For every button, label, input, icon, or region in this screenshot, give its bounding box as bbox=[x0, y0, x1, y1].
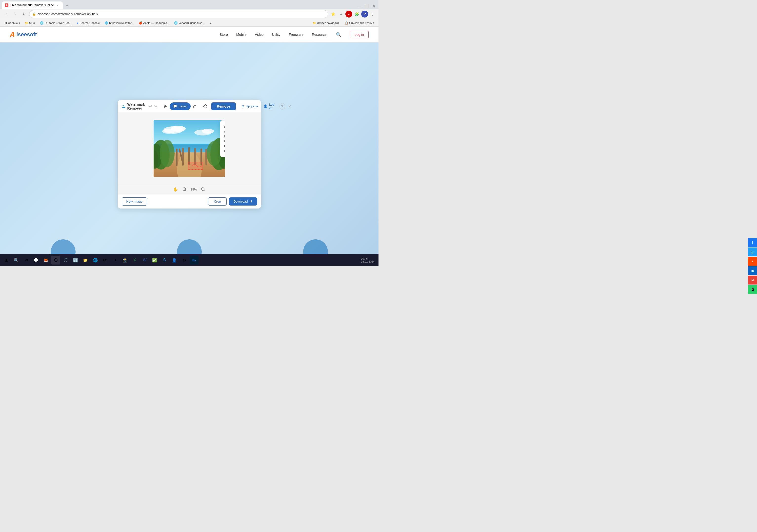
download-button[interactable]: Download ⬇ bbox=[229, 197, 257, 206]
nav-video[interactable]: Video bbox=[254, 32, 264, 38]
bookmark-apple-icon: 🍎 bbox=[139, 21, 142, 25]
bookmark-other[interactable]: 📁 Другие закладки bbox=[311, 21, 341, 25]
bookmarks-bar: ⊞ Сервисы 📁 SEO 🌐 PO tools – Web Too... … bbox=[0, 19, 378, 27]
zoom-in-button[interactable] bbox=[181, 186, 187, 192]
site-login-button[interactable]: Log in bbox=[350, 31, 369, 38]
taskbar-folder[interactable]: 📁 bbox=[81, 256, 90, 265]
hand-tool-button[interactable]: ✋ bbox=[172, 186, 178, 192]
brush-tool-button[interactable] bbox=[193, 102, 197, 110]
zoom-out-button[interactable] bbox=[200, 186, 206, 192]
taskbar-chrome[interactable]: 🌐 bbox=[91, 256, 100, 265]
tab-close-button[interactable]: × bbox=[56, 3, 60, 7]
circle-deco-3 bbox=[303, 239, 328, 254]
browser-toolbar: ‹ › ↻ 🔒 aiseesoft.com/watermark-remover-… bbox=[0, 9, 378, 19]
taskbar-settings[interactable]: ⚙ bbox=[180, 256, 189, 265]
beach-image[interactable]: Once the watermark removing is done, you… bbox=[154, 120, 225, 177]
undo-button[interactable]: ↩ bbox=[149, 103, 152, 110]
remove-button[interactable]: Remove bbox=[211, 102, 235, 110]
taskbar-mail[interactable]: 💬 bbox=[32, 256, 41, 265]
maximize-button[interactable]: ⬜ bbox=[364, 3, 370, 9]
taskbar-photo[interactable]: 📸 bbox=[120, 256, 129, 265]
taskbar-music[interactable]: 🎵 bbox=[61, 256, 70, 265]
site-search-button[interactable]: 🔍 bbox=[335, 31, 343, 39]
bookmark-apple[interactable]: 🍎 Apple — Поддерж... bbox=[137, 21, 171, 25]
bookmark-po-tools[interactable]: 🌐 PO tools – Web Too... bbox=[38, 21, 74, 25]
circle-deco-2 bbox=[177, 239, 202, 254]
taskbar-skype[interactable]: S bbox=[160, 256, 169, 265]
taskbar-store[interactable]: 🛍 bbox=[101, 256, 109, 265]
lock-icon: 🔒 bbox=[32, 12, 36, 16]
nav-store[interactable]: Store bbox=[219, 32, 228, 38]
logo-a: A bbox=[10, 31, 15, 39]
taskbar-taskview[interactable]: ⧉ bbox=[22, 256, 31, 265]
extensions-icon[interactable]: ⭐ bbox=[330, 11, 337, 17]
tab-favicon: A bbox=[5, 3, 8, 7]
bookmark-softor[interactable]: 🌐 https://www.softor... bbox=[103, 21, 136, 25]
nav-freeware[interactable]: Freeware bbox=[288, 32, 304, 38]
panel-login-button[interactable]: 👤 Log in bbox=[261, 102, 278, 111]
bookmark-search-console-icon: ● bbox=[77, 21, 78, 24]
active-tab[interactable]: A Free Watermark Remover Online × bbox=[2, 1, 63, 9]
bookmark-terms[interactable]: 🌐 Условия использо... bbox=[172, 21, 207, 25]
svg-rect-25 bbox=[188, 162, 203, 170]
extensions-puzzle-icon[interactable]: 🧩 bbox=[353, 11, 360, 17]
bookmark-services[interactable]: ⊞ Сервисы bbox=[2, 21, 22, 25]
refresh-button[interactable]: ↻ bbox=[20, 10, 28, 18]
taskbar-calc[interactable]: 🔢 bbox=[71, 256, 80, 265]
back-button[interactable]: ‹ bbox=[2, 10, 10, 18]
taskbar-excel[interactable]: X bbox=[130, 256, 139, 265]
forward-button[interactable]: › bbox=[11, 10, 19, 18]
panel-bottom: New Image Crop Download ⬇ bbox=[118, 194, 261, 209]
taskbar-telegram[interactable]: ✈ bbox=[110, 256, 119, 265]
taskbar-word[interactable]: W bbox=[140, 256, 149, 265]
bookmark-seo[interactable]: 📁 SEO bbox=[23, 21, 37, 25]
lasso-tool-button[interactable]: 💬 Lasso bbox=[169, 102, 191, 110]
taskbar-photoshop[interactable]: Ps bbox=[190, 256, 198, 265]
image-area: Once the watermark removing is done, you… bbox=[118, 113, 261, 184]
bookmarks-more-button[interactable]: » bbox=[208, 21, 214, 25]
eraser-tool-button[interactable] bbox=[203, 102, 207, 110]
taskbar-tick[interactable]: ✅ bbox=[150, 256, 159, 265]
nav-resource[interactable]: Resource bbox=[311, 32, 327, 38]
profile-button[interactable]: P bbox=[361, 11, 368, 17]
panel-help-button[interactable]: ? bbox=[280, 103, 285, 110]
taskbar-user[interactable]: 👤 bbox=[170, 256, 179, 265]
svg-line-28 bbox=[185, 190, 186, 191]
record-icon[interactable]: ● bbox=[346, 11, 352, 17]
panel-logo-icon: 🌊 bbox=[122, 104, 126, 108]
panel-close-button[interactable]: × bbox=[287, 103, 292, 110]
site-header: Aiseesoft Store Mobile Video Utility Fre… bbox=[0, 27, 378, 42]
svg-rect-18 bbox=[176, 149, 177, 166]
new-image-button[interactable]: New Image bbox=[122, 197, 147, 206]
taskbar-search[interactable]: 🔍 bbox=[12, 256, 21, 265]
bookmark-icon[interactable]: ★ bbox=[338, 11, 345, 17]
tab-title: Free Watermark Remover Online bbox=[10, 3, 54, 7]
bookmark-reading-list[interactable]: 📋 Список для чтения bbox=[343, 21, 376, 25]
lasso-label: Lasso bbox=[178, 104, 187, 108]
taskbar-start[interactable]: ⊞ bbox=[2, 256, 11, 265]
site-logo[interactable]: Aiseesoft bbox=[10, 31, 37, 39]
taskbar-firefox[interactable]: 🦊 bbox=[42, 256, 50, 265]
new-tab-button[interactable]: + bbox=[64, 2, 71, 9]
minimize-button[interactable]: — bbox=[357, 3, 363, 9]
panel-toolbar-right: ⬆ Upgrade 👤 Log in ? × bbox=[240, 102, 293, 111]
nav-utility[interactable]: Utility bbox=[272, 32, 281, 38]
close-window-button[interactable]: ✕ bbox=[371, 3, 377, 9]
panel-login-label: Log in bbox=[269, 103, 276, 110]
panel-logo: 🌊 Watermark Remover bbox=[122, 102, 145, 110]
panel-toolbar: 🌊 Watermark Remover ↩ ↪ 💬 Lasso bbox=[118, 100, 261, 113]
address-bar[interactable]: 🔒 aiseesoft.com/watermark-remover-online… bbox=[29, 10, 328, 18]
taskbar-opera[interactable]: O bbox=[51, 256, 60, 265]
watermark-remover-panel: 🌊 Watermark Remover ↩ ↪ 💬 Lasso bbox=[118, 100, 261, 209]
nav-mobile[interactable]: Mobile bbox=[236, 32, 247, 38]
gradient-background: 🌊 Watermark Remover ↩ ↪ 💬 Lasso bbox=[0, 42, 378, 266]
panel-title: Watermark Remover bbox=[127, 102, 145, 110]
redo-button[interactable]: ↪ bbox=[154, 103, 157, 110]
zoom-value: 28% bbox=[190, 187, 197, 191]
pointer-tool-button[interactable] bbox=[163, 102, 167, 110]
menu-button[interactable]: ⋮ bbox=[369, 11, 376, 17]
crop-button[interactable]: Crop bbox=[208, 197, 227, 206]
bookmark-search-console[interactable]: ● Search Console bbox=[75, 21, 102, 25]
upgrade-button[interactable]: ⬆ Upgrade bbox=[240, 103, 260, 109]
zoom-controls: ✋ 28% bbox=[118, 184, 261, 194]
